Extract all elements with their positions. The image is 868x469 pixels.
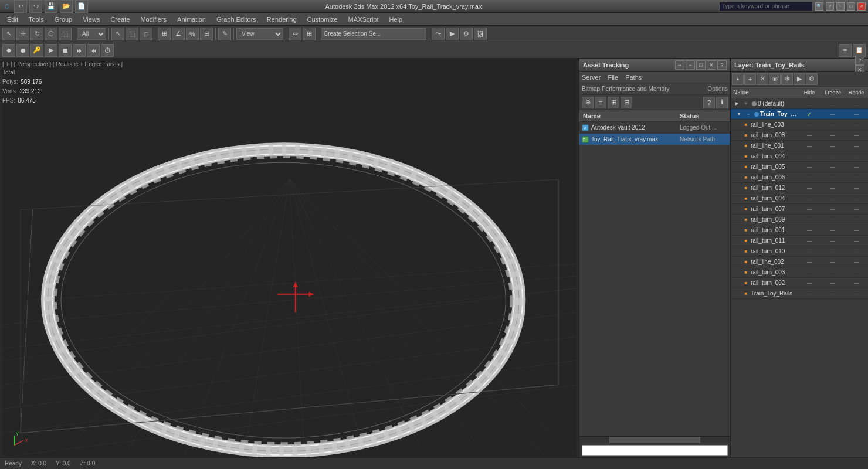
undo-btn[interactable]: ↩	[14, 0, 27, 13]
menu-help[interactable]: Help	[385, 15, 408, 24]
redo-btn[interactable]: ↪	[29, 0, 42, 13]
menu-animation[interactable]: Animation	[172, 15, 211, 24]
layer-add-btn[interactable]: +	[744, 73, 756, 85]
layer-scroll-up-btn[interactable]: ▲	[732, 73, 744, 85]
layer-render-all-btn[interactable]: ▶	[794, 73, 805, 85]
render-frame-btn[interactable]: 🖼	[474, 28, 487, 40]
asset-horizontal-scrollbar[interactable]	[579, 436, 730, 443]
layer-row-8[interactable]: ■ rail_turn_007 — — —	[731, 204, 868, 215]
angle-snap-btn[interactable]: ∠	[172, 28, 185, 40]
time-config-btn[interactable]: ⏱	[101, 44, 114, 57]
asset-minimize-btn[interactable]: −	[686, 60, 695, 70]
viewport[interactable]: [ + ] [ Perspective ] [ Realistic + Edge…	[0, 59, 579, 457]
new-btn[interactable]: 📄	[75, 0, 88, 13]
asset-refresh-btn[interactable]: ↔	[675, 60, 684, 70]
layer-row-11[interactable]: ■ rail_turn_011 — — —	[731, 236, 868, 246]
asset-row-file[interactable]: F Toy_Rail_Track_vray.max Network Path	[579, 134, 730, 145]
asset-search-input[interactable]	[582, 445, 728, 456]
maximize-btn[interactable]: □	[847, 2, 855, 11]
curves-btn[interactable]: 〜	[432, 28, 445, 40]
asset-grid-btn[interactable]: ⊞	[608, 97, 619, 108]
menu-group[interactable]: Group	[50, 15, 77, 24]
menu-graph-editors[interactable]: Graph Editors	[212, 15, 261, 24]
create-selection-set[interactable]: Create Selection Se...	[321, 28, 426, 40]
search-input[interactable]	[719, 2, 813, 11]
menu-views[interactable]: Views	[78, 15, 104, 24]
set-key-btn[interactable]: 🔑	[30, 44, 43, 57]
asset-close-btn[interactable]: ✕	[707, 60, 716, 70]
menu-edit[interactable]: Edit	[2, 15, 23, 24]
layer-del-btn[interactable]: ✕	[757, 73, 768, 85]
asset-row-vault[interactable]: V Autodesk Vault 2012 Logged Out ...	[579, 122, 730, 134]
asset-options-text[interactable]: Options	[708, 86, 728, 92]
layer-row-10[interactable]: ■ rail_turn_001 — — —	[731, 225, 868, 236]
menu-tools[interactable]: Tools	[24, 15, 49, 24]
asset-detail-btn[interactable]: ⊟	[621, 97, 632, 108]
render-setup-btn[interactable]: ⚙	[460, 28, 473, 40]
layer-row-16[interactable]: ■ Train_Toy_Rails — — —	[731, 288, 868, 299]
asset-help2-btn[interactable]: ?	[703, 97, 715, 108]
layer-row-2[interactable]: ■ rail_line_001 — — —	[731, 141, 868, 151]
layer-row-default[interactable]: ▶ ≡ 0 (default) — — —	[731, 98, 868, 109]
spinner-snap-btn[interactable]: ⊟	[200, 28, 213, 40]
layer-row-3[interactable]: ■ rail_turn_004 — — —	[731, 151, 868, 162]
help-btn[interactable]: ?	[826, 2, 834, 11]
layer-help-btn[interactable]: ?	[855, 56, 864, 65]
close-btn[interactable]: ✕	[857, 2, 866, 11]
asset-info2-btn[interactable]: ℹ	[716, 97, 728, 108]
filter-select[interactable]: All	[77, 28, 106, 40]
select-btn[interactable]: ↖	[2, 28, 15, 40]
scale-btn[interactable]: ⬡	[45, 28, 57, 40]
asset-tracking-btn[interactable]: 📋	[853, 44, 866, 57]
menu-maxscript[interactable]: MAXScript	[344, 15, 384, 24]
layer-settings-btn[interactable]: ⚙	[806, 73, 818, 85]
mirror-btn[interactable]: ⇔	[289, 28, 301, 40]
next-frame-btn[interactable]: ⏭	[73, 44, 86, 57]
select-obj-btn[interactable]: ↖	[111, 28, 124, 40]
play-btn[interactable]: ▶	[45, 44, 57, 57]
layer-row-13[interactable]: ■ rail_line_002 — — —	[731, 257, 868, 267]
layer-freeze-all-btn[interactable]: ❄	[781, 73, 793, 85]
align-btn[interactable]: ⊞	[303, 28, 316, 40]
menu-customize[interactable]: Customize	[303, 15, 343, 24]
snaps-btn[interactable]: ⊞	[158, 28, 171, 40]
layer-hide-all-btn[interactable]: 👁	[769, 73, 781, 85]
layer-row-9[interactable]: ■ rail_turn_009 — — —	[731, 215, 868, 225]
select-filter-btn[interactable]: ⬚	[59, 28, 72, 40]
view-select[interactable]: View	[236, 28, 283, 40]
prev-frame-btn[interactable]: ⏮	[87, 44, 100, 57]
edit-named-btn[interactable]: ✎	[218, 28, 231, 40]
open-btn[interactable]: 📂	[60, 0, 73, 13]
layer-row-0[interactable]: ■ rail_line_003 — — —	[731, 120, 868, 130]
layer-row-6[interactable]: ■ rail_turn_012 — — —	[731, 183, 868, 193]
layer-row-15[interactable]: ■ rail_turn_002 — — —	[731, 278, 868, 288]
asset-menu-file[interactable]: File	[608, 74, 618, 81]
save-btn[interactable]: 💾	[45, 0, 57, 13]
layer-row-train-toy-rails[interactable]: ▼ ≡ Train_Toy_Rails ✓ — —	[731, 109, 868, 120]
layer-row-4[interactable]: ■ rail_turn_005 — — —	[731, 162, 868, 172]
keyframe-btn[interactable]: ◆	[2, 44, 15, 57]
layer-row-12[interactable]: ■ rail_turn_010 — — —	[731, 246, 868, 257]
minimize-btn[interactable]: −	[836, 2, 845, 11]
layers-btn[interactable]: ≡	[839, 44, 852, 57]
asset-list-btn[interactable]: ≡	[595, 97, 606, 108]
layer-row-1[interactable]: ■ rail_turn_008 — — —	[731, 130, 868, 141]
rotate-btn[interactable]: ↻	[30, 28, 43, 40]
asset-add-btn[interactable]: ⊕	[582, 97, 594, 108]
search-btn[interactable]: 🔍	[815, 2, 823, 11]
asset-help-btn[interactable]: ?	[717, 60, 727, 70]
asset-menu-server[interactable]: Server	[582, 74, 601, 81]
asset-menu-paths[interactable]: Paths	[625, 74, 642, 81]
auto-key-btn[interactable]: ⏺	[16, 44, 29, 57]
percent-snap-btn[interactable]: %	[186, 28, 199, 40]
rectangular-btn[interactable]: □	[140, 28, 152, 40]
render-btn[interactable]: ▶	[446, 28, 459, 40]
layer-row-14[interactable]: ■ rail_turn_003 — — —	[731, 267, 868, 278]
move-btn[interactable]: ✛	[16, 28, 29, 40]
menu-create[interactable]: Create	[106, 15, 134, 24]
layer-row-7[interactable]: ■ rail_turn_004 — — —	[731, 193, 868, 204]
stop-btn[interactable]: ⏹	[59, 44, 72, 57]
layer-row-5[interactable]: ■ rail_turn_006 — — —	[731, 172, 868, 183]
menu-rendering[interactable]: Rendering	[262, 15, 301, 24]
asset-maximize-btn[interactable]: □	[696, 60, 706, 70]
